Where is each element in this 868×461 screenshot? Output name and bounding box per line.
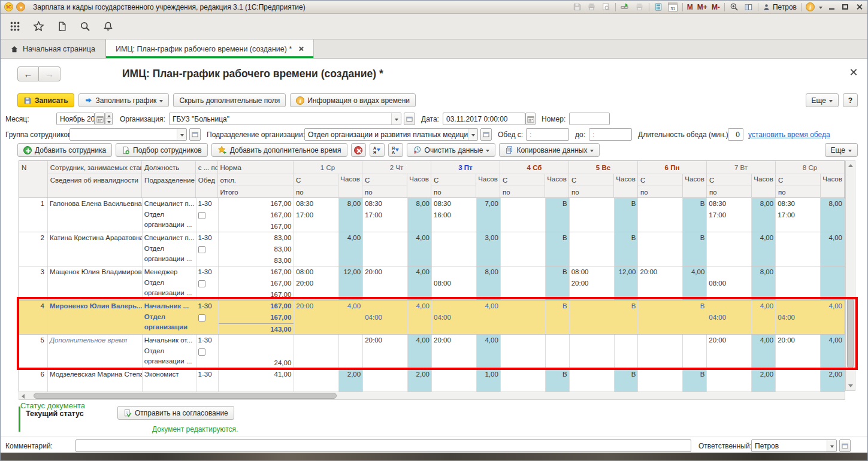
nav-back-button[interactable]: ←	[17, 66, 39, 81]
minimize-button[interactable]	[827, 2, 836, 12]
day-5-hours-cell[interactable]: В	[615, 232, 639, 266]
lunch-from-input[interactable]: :	[526, 128, 569, 141]
norm-cell[interactable]: 167,00167,00143,00	[219, 301, 295, 334]
day-1-hours-cell[interactable]	[339, 335, 363, 368]
day-5-time-cell[interactable]	[570, 335, 615, 368]
day-3-hours-cell[interactable]: 3,00	[477, 232, 501, 266]
day-4-time-cell[interactable]	[501, 232, 546, 266]
main-menu-icon[interactable]	[16, 2, 25, 11]
day-1-time-cell[interactable]	[294, 232, 339, 266]
day-7-hours-cell[interactable]: 4,00	[752, 232, 776, 266]
employee-cell[interactable]: Мироненко Юлия Валерь...	[48, 301, 143, 334]
day-4-time-cell[interactable]	[501, 369, 546, 392]
day-1-time-cell[interactable]: 08:0020:00	[294, 266, 339, 300]
day-7-time-cell[interactable]	[707, 232, 752, 266]
day-6-time-cell[interactable]	[638, 198, 683, 232]
go-link-icon[interactable]	[634, 2, 645, 12]
favorites-icon[interactable]	[33, 21, 44, 32]
zoom-icon[interactable]	[729, 2, 739, 12]
day-3-hours-cell[interactable]: 1,00	[477, 369, 501, 392]
day-5-hours-cell[interactable]: В	[615, 369, 639, 392]
day-5-hours-cell[interactable]: 12,00	[615, 266, 639, 300]
day-1-hours-cell[interactable]: 2,00	[339, 369, 363, 392]
position-cell[interactable]: Начальник ...Отдел организации	[143, 301, 196, 334]
date-calendar-icon[interactable]	[525, 113, 536, 125]
day-2-time-cell[interactable]	[363, 369, 408, 392]
day-5-hours-cell[interactable]: В	[615, 198, 639, 232]
tab-close-icon[interactable]	[298, 46, 304, 51]
day-5-time-cell[interactable]	[570, 198, 615, 232]
range-cell[interactable]: 1-30	[196, 335, 219, 368]
position-cell[interactable]: Специалист п...Отдел организации ...	[143, 198, 196, 232]
schedule-row-4[interactable]: 4Мироненко Юлия Валерь...Начальник ...От…	[19, 301, 845, 335]
copy-data-button[interactable]: Копирование данных	[499, 143, 600, 157]
range-cell[interactable]: 1-30	[196, 369, 219, 392]
day-3-hours-cell[interactable]: 4,00	[477, 301, 501, 334]
info-dropdown-icon[interactable]	[819, 7, 822, 9]
info-icon[interactable]: i	[806, 2, 815, 11]
lunch-checkbox[interactable]	[198, 246, 205, 253]
day-6-time-cell[interactable]	[638, 335, 683, 368]
lunch-checkbox[interactable]	[198, 212, 205, 219]
range-cell[interactable]: 1-30	[196, 232, 219, 266]
close-button[interactable]	[854, 2, 864, 12]
employee-cell[interactable]: Гапонова Елена Васильевна (...	[48, 198, 143, 232]
day-6-hours-cell[interactable]: В	[683, 232, 707, 266]
position-cell[interactable]: МенеджерОтдел организации ...	[143, 266, 196, 300]
day-5-time-cell[interactable]: 08:0020:00	[570, 266, 615, 300]
day-8-time-cell[interactable]	[776, 266, 821, 300]
save-button[interactable]: Записать	[17, 93, 74, 107]
responsible-open-icon[interactable]	[839, 439, 851, 452]
schedule-row-5[interactable]: 5Дополнительное времяНачальник от...Отде…	[19, 335, 845, 369]
help-button[interactable]: ?	[843, 93, 858, 107]
day-4-hours-cell[interactable]: В	[546, 232, 570, 266]
employee-cell[interactable]: Модзелевская Марина Степан...	[48, 369, 143, 392]
day-2-time-cell[interactable]: 04:00	[363, 301, 408, 334]
day-8-hours-cell[interactable]: 8,00	[821, 198, 845, 232]
day-2-time-cell[interactable]: 08:3017:00	[363, 198, 408, 232]
norm-cell[interactable]: 83,0083,0083,00	[219, 232, 295, 266]
scroll-down-icon[interactable]	[848, 384, 853, 387]
day-1-time-cell[interactable]	[294, 335, 339, 368]
add-extra-time-button[interactable]: Добавить дополнительное время	[211, 143, 347, 157]
org-department-select[interactable]: Отдел организации и развития платных мед…	[304, 128, 478, 141]
day-7-time-cell[interactable]	[707, 369, 752, 392]
print-preview-icon[interactable]	[601, 2, 611, 12]
day-3-time-cell[interactable]: 08:3016:00	[432, 198, 477, 232]
day-7-hours-cell[interactable]: 8,00	[752, 266, 776, 300]
day-1-time-cell[interactable]: 20:00	[294, 301, 339, 334]
day-1-hours-cell[interactable]: 8,00	[339, 198, 363, 232]
comment-input[interactable]	[75, 439, 691, 452]
send-for-approval-button[interactable]: Отправить на согласование	[117, 406, 234, 420]
day-7-hours-cell[interactable]: 4,00	[752, 335, 776, 368]
responsible-select[interactable]: Петров	[751, 439, 837, 452]
day-4-hours-cell[interactable]: В	[546, 266, 570, 300]
month-calendar-icon[interactable]	[95, 113, 105, 125]
memory-m-plus-button[interactable]: M+	[697, 3, 707, 11]
day-1-hours-cell[interactable]: 12,00	[339, 266, 363, 300]
day-2-hours-cell[interactable]: 2,00	[408, 369, 432, 392]
day-6-hours-cell[interactable]: В	[683, 198, 707, 232]
get-link-icon[interactable]	[620, 2, 630, 12]
day-6-hours-cell[interactable]: В	[683, 301, 707, 334]
employee-cell[interactable]: Дополнительное время	[48, 335, 143, 368]
vertical-scroll-thumb[interactable]	[847, 298, 854, 369]
employee-group-select[interactable]	[69, 128, 187, 141]
set-lunch-time-link[interactable]: установить время обеда	[748, 131, 830, 139]
sort-asc-button[interactable]: АЯ	[370, 143, 385, 157]
horizontal-scroll-thumb[interactable]	[34, 393, 337, 399]
history-icon[interactable]	[57, 21, 67, 32]
day-6-hours-cell[interactable]: В	[683, 369, 707, 392]
day-7-time-cell[interactable]: 08:3017:00	[707, 198, 752, 232]
search-icon[interactable]	[80, 21, 90, 32]
day-5-time-cell[interactable]	[570, 369, 615, 392]
day-1-time-cell[interactable]: 08:3017:00	[294, 198, 339, 232]
day-3-time-cell[interactable]	[432, 232, 477, 266]
day-3-time-cell[interactable]: 04:00	[432, 301, 477, 334]
day-4-hours-cell[interactable]: В	[546, 198, 570, 232]
position-cell[interactable]: Начальник от...Отдел организации ...	[143, 335, 196, 368]
position-cell[interactable]: Специалист п...Отдел организации ...	[143, 232, 196, 266]
add-employee-button[interactable]: Добавить сотрудника	[17, 143, 112, 157]
tab-plan-schedule[interactable]: ИМЦ: План-график рабочего времени (созда…	[105, 40, 314, 58]
save-icon[interactable]	[572, 2, 582, 12]
